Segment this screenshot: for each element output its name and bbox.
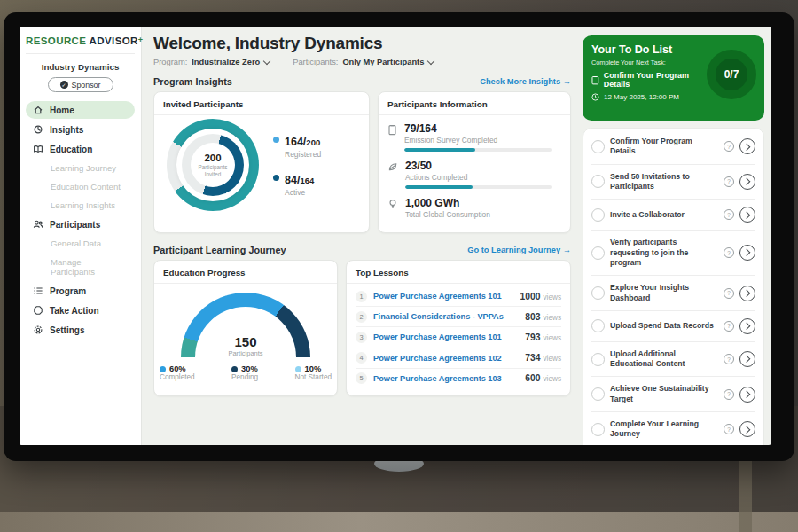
help-icon[interactable]: ?	[724, 247, 734, 258]
task-go-button[interactable]	[739, 318, 755, 334]
journey-cards-row: Education Progress 150 Participants 60	[153, 260, 571, 396]
education-gauge-chart: 150 Participants	[181, 293, 310, 357]
task-checkbox[interactable]	[591, 208, 605, 222]
sidebar-item-label: Home	[50, 106, 74, 115]
sidebar-item-insights[interactable]: Insights	[26, 121, 135, 138]
task-label: Invite a Collaborator	[610, 210, 718, 220]
task-checkbox[interactable]	[591, 387, 605, 401]
legend-pending: 30% Pending	[231, 364, 258, 381]
help-icon[interactable]: ?	[724, 288, 734, 299]
todo-next-task[interactable]: Confirm Your Program Details	[591, 71, 714, 89]
arrow-right-icon: →	[563, 246, 571, 254]
task-checkbox[interactable]	[591, 246, 605, 260]
task-label: Explore Your Insights Dashboard	[610, 283, 718, 303]
card-title: Education Progress	[154, 261, 337, 284]
sidebar-item-settings[interactable]: Settings	[26, 321, 135, 339]
task-checkbox[interactable]	[591, 140, 605, 153]
sidebar-item-label: Insights	[50, 125, 83, 135]
views-suffix: views	[544, 314, 561, 322]
section-title: Program Insights	[153, 76, 232, 87]
help-icon[interactable]: ?	[724, 321, 734, 332]
sidebar-item-label: Program	[50, 286, 86, 296]
lesson-row: 5 Power Purchase Agreements 103 600views	[356, 368, 561, 388]
help-icon[interactable]: ?	[724, 176, 734, 187]
participants-filter[interactable]: Participants: Only My Participants	[293, 58, 434, 66]
sidebar-item-learning-insights[interactable]: Learning Insights	[26, 197, 135, 214]
legend-pct: 60%	[169, 364, 186, 373]
lesson-link[interactable]: Financial Considerations - VPPAs	[373, 312, 519, 321]
sidebar-item-learning-journey[interactable]: Learning Journey	[26, 160, 135, 176]
stat-label: Total Global Consumption	[405, 210, 561, 219]
lesson-link[interactable]: Power Purchase Agreements 103	[373, 374, 519, 383]
task-go-button[interactable]	[739, 245, 755, 261]
stat-value: 79/164	[404, 122, 561, 135]
todo-next-task-label: Confirm Your Program Details	[604, 71, 714, 89]
dashboard-screen: RESOURCE ADVISOR+ Industry Dynamics ✓ Sp…	[20, 27, 771, 445]
help-icon[interactable]: ?	[724, 141, 734, 152]
info-bar-fill-1	[405, 185, 473, 189]
sidebar-item-program[interactable]: Program	[26, 282, 135, 300]
task-go-button[interactable]	[739, 421, 755, 437]
help-icon[interactable]: ?	[724, 209, 734, 220]
link-label: Check More Insights	[480, 77, 560, 86]
lesson-link[interactable]: Power Purchase Agreements 101	[373, 292, 514, 301]
task-go-button[interactable]	[739, 351, 755, 367]
task-go-button[interactable]	[739, 138, 755, 154]
donut-center: 200 Participants Invited	[191, 143, 235, 187]
task-checkbox[interactable]	[591, 286, 605, 300]
registered-dot-icon	[273, 137, 279, 143]
survey-icon	[387, 124, 397, 136]
desk-edge	[0, 512, 798, 532]
donut-center-label: Participants Invited	[193, 164, 232, 178]
task-go-button[interactable]	[739, 174, 755, 190]
arrow-right-icon: →	[563, 77, 571, 86]
task-go-button[interactable]	[739, 387, 755, 403]
task-checkbox[interactable]	[591, 175, 605, 188]
task-checkbox[interactable]	[591, 423, 605, 436]
not-started-dot-icon	[295, 366, 301, 372]
registered-count: 164	[285, 136, 303, 148]
sponsor-badge[interactable]: ✓ Sponsor	[48, 77, 113, 92]
check-more-insights-link[interactable]: Check More Insights →	[480, 77, 571, 86]
sidebar-item-manage-participants[interactable]: Manage Participants	[26, 254, 135, 280]
todo-panel: Your To Do List Complete Your Next Task:…	[580, 27, 771, 445]
help-icon[interactable]: ?	[724, 354, 734, 364]
go-to-learning-journey-link[interactable]: Go to Learning Journey →	[467, 246, 571, 254]
help-icon[interactable]: ?	[724, 389, 734, 400]
lesson-link[interactable]: Power Purchase Agreements 101	[373, 332, 519, 341]
active-count: 84	[285, 174, 297, 186]
legend-label: Not Started	[295, 373, 332, 381]
program-filter[interactable]: Program: Industrialize Zero	[153, 58, 270, 66]
donut-legend: 164/200 Registered 84/164 Active	[273, 133, 321, 197]
task-label: Verify participants requesting to join t…	[610, 238, 718, 268]
sidebar-item-label: Education	[50, 145, 92, 154]
sidebar-item-take-action[interactable]: Take Action	[26, 301, 135, 319]
task-row: Explore Your Insights Dashboard ?	[591, 276, 755, 311]
help-icon[interactable]: ?	[724, 424, 734, 434]
sidebar-item-label: Learning Insights	[51, 200, 115, 210]
chevron-right-icon	[743, 391, 750, 398]
chevron-down-icon	[263, 57, 270, 64]
lesson-link[interactable]: Power Purchase Agreements 102	[373, 354, 519, 363]
views-count: 803	[525, 312, 540, 322]
legend-pct: 10%	[305, 364, 322, 373]
sidebar-item-education[interactable]: Education	[26, 140, 135, 158]
background-reflection	[739, 452, 752, 532]
chevron-right-icon	[743, 211, 750, 218]
stat-label: Actions Completed	[405, 173, 561, 182]
photo-background: RESOURCE ADVISOR+ Industry Dynamics ✓ Sp…	[0, 0, 798, 532]
active-total: 164	[300, 176, 314, 185]
sidebar-item-participants[interactable]: Participants	[26, 215, 135, 233]
task-checkbox[interactable]	[591, 319, 605, 332]
task-checkbox[interactable]	[591, 353, 605, 366]
task-go-button[interactable]	[739, 286, 755, 301]
sidebar-item-general-data[interactable]: General Data	[26, 235, 135, 252]
sidebar-item-education-content[interactable]: Education Content	[26, 178, 135, 195]
clipboard-icon	[591, 75, 599, 85]
task-go-button[interactable]	[739, 207, 755, 223]
sidebar-item-home[interactable]: Home	[26, 101, 135, 119]
legend-completed: 60% Completed	[160, 364, 195, 381]
gauge-center-value: 150	[181, 334, 310, 349]
book-icon	[33, 144, 43, 154]
task-row: Upload Additional Educational Content ?	[591, 342, 755, 378]
